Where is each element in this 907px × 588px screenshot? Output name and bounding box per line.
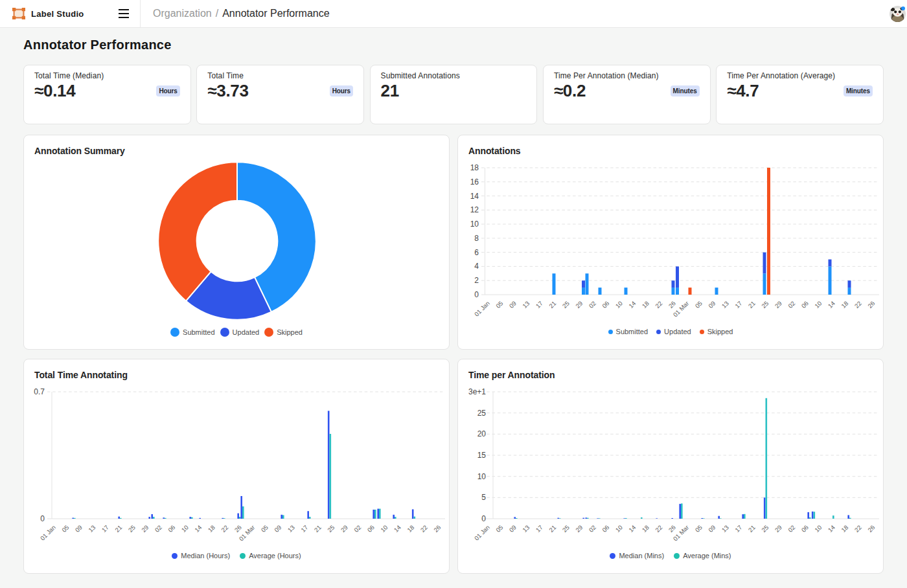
svg-text:8: 8: [474, 234, 479, 243]
svg-text:18: 18: [470, 163, 479, 172]
svg-text:06: 06: [166, 524, 176, 534]
svg-text:26: 26: [667, 524, 677, 534]
svg-text:29: 29: [774, 300, 783, 310]
svg-text:0: 0: [481, 514, 486, 523]
svg-text:13: 13: [87, 524, 97, 534]
svg-text:06: 06: [601, 300, 610, 310]
svg-text:06: 06: [800, 300, 810, 310]
svg-text:05: 05: [494, 300, 504, 310]
svg-text:10: 10: [614, 524, 624, 534]
svg-text:0.7: 0.7: [34, 387, 45, 396]
svg-text:22: 22: [654, 300, 663, 310]
svg-text:21: 21: [747, 524, 757, 534]
svg-text:18: 18: [406, 524, 415, 534]
svg-text:05: 05: [694, 524, 704, 534]
svg-text:25: 25: [561, 524, 571, 534]
svg-text:13: 13: [286, 524, 296, 534]
svg-text:0: 0: [474, 290, 479, 299]
svg-text:14: 14: [393, 524, 402, 534]
svg-text:09: 09: [707, 524, 717, 534]
svg-text:25: 25: [326, 524, 336, 534]
svg-text:29: 29: [774, 524, 783, 534]
svg-text:14: 14: [193, 524, 203, 534]
svg-text:16: 16: [470, 177, 479, 187]
svg-text:29: 29: [574, 300, 584, 310]
svg-text:6: 6: [474, 248, 479, 257]
svg-text:22: 22: [853, 524, 863, 534]
svg-text:21: 21: [547, 524, 557, 534]
svg-text:14: 14: [627, 524, 637, 534]
svg-text:09: 09: [508, 524, 518, 534]
svg-text:3e+1: 3e+1: [468, 387, 486, 396]
svg-text:10: 10: [180, 524, 190, 534]
svg-text:21: 21: [547, 300, 557, 310]
svg-text:22: 22: [220, 524, 229, 534]
svg-text:21: 21: [113, 524, 123, 534]
svg-text:29: 29: [574, 524, 584, 534]
svg-text:26: 26: [866, 524, 876, 534]
svg-text:15: 15: [477, 451, 487, 460]
svg-text:26: 26: [667, 300, 677, 310]
svg-text:10: 10: [477, 472, 487, 481]
svg-text:22: 22: [654, 524, 663, 534]
svg-text:09: 09: [707, 300, 717, 310]
svg-text:10: 10: [813, 300, 823, 310]
svg-text:13: 13: [521, 524, 531, 534]
svg-text:09: 09: [508, 300, 518, 310]
svg-text:22: 22: [853, 300, 863, 310]
svg-text:12: 12: [470, 205, 479, 214]
svg-text:01 Jan: 01 Jan: [473, 300, 491, 318]
svg-text:06: 06: [800, 524, 810, 534]
svg-text:10: 10: [813, 524, 823, 534]
svg-text:14: 14: [470, 192, 479, 201]
svg-text:02: 02: [352, 524, 362, 534]
svg-text:05: 05: [60, 524, 70, 534]
svg-text:09: 09: [74, 524, 84, 534]
svg-text:26: 26: [866, 300, 876, 310]
svg-text:17: 17: [299, 524, 309, 534]
svg-text:25: 25: [477, 409, 487, 418]
svg-text:0: 0: [40, 514, 45, 523]
svg-text:06: 06: [366, 524, 376, 534]
svg-text:4: 4: [474, 262, 479, 271]
svg-text:05: 05: [260, 524, 270, 534]
svg-text:13: 13: [521, 300, 531, 310]
svg-text:18: 18: [641, 524, 650, 534]
svg-text:21: 21: [747, 300, 757, 310]
svg-text:09: 09: [273, 524, 282, 534]
svg-text:10: 10: [470, 220, 479, 229]
svg-text:29: 29: [140, 524, 150, 534]
svg-text:17: 17: [100, 524, 110, 534]
svg-text:18: 18: [840, 300, 849, 310]
svg-text:02: 02: [786, 300, 796, 310]
svg-text:14: 14: [627, 300, 637, 310]
svg-text:18: 18: [207, 524, 216, 534]
svg-text:5: 5: [481, 493, 486, 502]
svg-text:02: 02: [588, 524, 597, 534]
svg-text:25: 25: [760, 524, 770, 534]
svg-text:18: 18: [641, 300, 650, 310]
svg-text:06: 06: [601, 524, 610, 534]
svg-text:10: 10: [614, 300, 624, 310]
svg-text:05: 05: [494, 524, 504, 534]
svg-text:17: 17: [733, 300, 743, 310]
svg-text:18: 18: [840, 524, 849, 534]
svg-text:13: 13: [720, 524, 730, 534]
svg-text:17: 17: [534, 300, 544, 310]
svg-text:17: 17: [534, 524, 544, 534]
svg-text:26: 26: [432, 524, 442, 534]
svg-text:21: 21: [313, 524, 323, 534]
svg-text:01 Jan: 01 Jan: [39, 524, 57, 542]
svg-text:05: 05: [694, 300, 704, 310]
svg-text:25: 25: [561, 300, 571, 310]
svg-text:25: 25: [127, 524, 137, 534]
svg-text:14: 14: [827, 300, 836, 310]
svg-text:01 Jan: 01 Jan: [473, 524, 491, 542]
svg-text:29: 29: [339, 524, 349, 534]
svg-text:25: 25: [760, 300, 770, 310]
svg-text:14: 14: [827, 524, 836, 534]
svg-text:02: 02: [588, 300, 597, 310]
svg-text:13: 13: [720, 300, 730, 310]
svg-text:10: 10: [379, 524, 389, 534]
svg-text:02: 02: [154, 524, 163, 534]
